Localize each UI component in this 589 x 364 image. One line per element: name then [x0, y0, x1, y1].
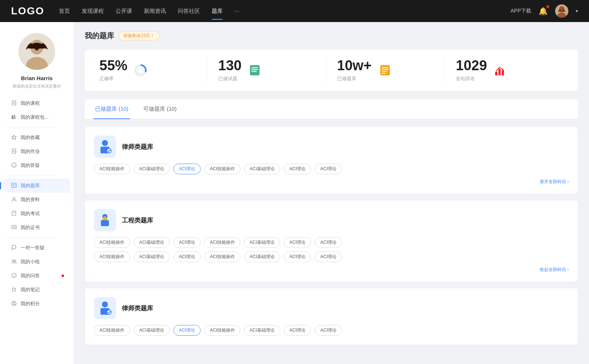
- stat-correct-rate: 55% 正确率: [99, 58, 207, 82]
- l2-tag-7[interactable]: ACI理论: [315, 325, 342, 336]
- eng-tag-8[interactable]: ACI技能操作: [94, 251, 130, 262]
- svg-rect-41: [382, 69, 388, 70]
- sidebar-item-cert[interactable]: 我的证书: [4, 221, 70, 235]
- eng-tag-1[interactable]: ACI技能操作: [94, 237, 130, 248]
- qbank-section-engineer: 工程类题库 ACI技能操作 ACI基础理论 ACI理论 ACI技能操作 ACI基…: [85, 200, 578, 282]
- sidebar-motto: 错误的决定比没有决定要好: [9, 83, 65, 89]
- sidebar-item-favorites[interactable]: 我的收藏: [4, 131, 70, 144]
- tag-3[interactable]: ACI理论: [173, 164, 201, 174]
- sidebar-item-course[interactable]: 我的课程: [4, 96, 70, 110]
- nav-discover[interactable]: 发现课程: [82, 6, 104, 16]
- l2-tag-1[interactable]: ACI技能操作: [94, 325, 130, 336]
- eng-tag-7[interactable]: ACI理论: [315, 237, 342, 248]
- stat-done-questions: 130 已做试题: [207, 58, 326, 82]
- sidebar-menu: 我的课程 我的课程包... 我的收藏 我的作业: [0, 96, 74, 311]
- svg-point-27: [14, 260, 16, 261]
- svg-marker-12: [12, 135, 17, 139]
- svg-rect-10: [14, 115, 15, 119]
- account-dropdown-arrow[interactable]: ▾: [576, 8, 578, 14]
- svg-point-54: [104, 216, 106, 218]
- sidebar-item-1to1-label: 一对一答疑: [21, 245, 45, 251]
- sidebar-item-package-label: 我的课程包...: [21, 114, 49, 121]
- avatar[interactable]: [555, 4, 568, 18]
- exam-icon: [11, 211, 17, 217]
- sidebar-item-profile[interactable]: 我的资料: [4, 193, 70, 207]
- sidebar-item-qa[interactable]: ? 我的答疑: [4, 158, 70, 172]
- sidebar-item-points[interactable]: 我的积分: [4, 297, 70, 311]
- svg-rect-38: [251, 71, 257, 72]
- package-icon: [11, 114, 17, 121]
- qbank-section-lawyer-1: 律师类题库 ACI技能操作 ACI基础理论 ACI理论 ACI技能操作 ACI基…: [85, 126, 578, 194]
- svg-rect-52: [101, 220, 109, 226]
- eng-tag-9[interactable]: ACI基础理论: [134, 251, 170, 262]
- eng-tag-3[interactable]: ACI理论: [173, 237, 201, 248]
- svg-point-26: [13, 260, 14, 261]
- content-area: 我的题库 体验剩余23天！ 55% 正确率: [74, 22, 589, 364]
- eng-tag-14[interactable]: ACI理论: [315, 251, 342, 262]
- eng-tag-13[interactable]: ACI理论: [284, 251, 311, 262]
- nav-qa[interactable]: 问答社区: [178, 6, 200, 16]
- sidebar-username: Brian Harris: [21, 75, 53, 81]
- tag-5[interactable]: ACI基础理论: [244, 164, 280, 174]
- app-download-button[interactable]: APP下载: [511, 8, 531, 14]
- sidebar-item-group[interactable]: 我的小组: [4, 255, 70, 269]
- stat-ranking-label: 全站排名: [456, 75, 487, 82]
- svg-rect-13: [12, 149, 16, 153]
- sidebar-avatar: [18, 33, 55, 70]
- sidebar-item-exam[interactable]: 我的考试: [4, 207, 70, 221]
- sidebar-item-points-label: 我的积分: [21, 300, 40, 307]
- l2-tag-5[interactable]: ACI基础理论: [244, 325, 280, 336]
- sidebar-item-exam-label: 我的考试: [21, 210, 40, 217]
- l2-tag-4[interactable]: ACI技能操作: [204, 325, 240, 336]
- sidebar-item-package[interactable]: 我的课程包...: [4, 110, 70, 124]
- tag-2[interactable]: ACI基础理论: [134, 164, 170, 174]
- eng-tag-5[interactable]: ACI基础理论: [244, 237, 280, 248]
- nav-qbank[interactable]: 题库: [212, 6, 223, 16]
- sidebar-item-homework[interactable]: 我的作业: [4, 144, 70, 158]
- svg-point-55: [102, 301, 108, 307]
- tab-todo-banks[interactable]: 可做题库 (10): [142, 100, 178, 119]
- qbank-section-lawyer-2: 律师类题库 ACI技能操作 ACI基础理论 ACI理论 ACI技能操作 ACI基…: [85, 288, 578, 345]
- eng-tag-10[interactable]: ACI理论: [173, 251, 201, 262]
- svg-point-31: [13, 302, 15, 303]
- qbank-engineer-icon-wrap: [94, 209, 116, 231]
- svg-rect-43: [382, 73, 385, 74]
- expand-link-1[interactable]: 展开全部科目: [540, 179, 569, 184]
- collapse-link-1[interactable]: 收起全部科目: [540, 267, 569, 272]
- nav-home[interactable]: 首页: [59, 6, 70, 16]
- eng-tag-11[interactable]: ACI技能操作: [204, 251, 240, 262]
- nav-news[interactable]: 新闻资讯: [144, 6, 166, 16]
- l2-tag-3[interactable]: ACI理论: [173, 325, 201, 336]
- stat-correct-rate-number: 55%: [99, 58, 127, 72]
- sidebar-item-myqa[interactable]: ? 我的问答: [4, 269, 70, 283]
- l2-tag-6[interactable]: ACI理论: [284, 325, 311, 336]
- tab-done-banks[interactable]: 已做题库 (10): [94, 100, 130, 119]
- stat-done-questions-icon: [247, 63, 262, 78]
- notification-bell[interactable]: 🔔: [539, 7, 548, 15]
- tag-7[interactable]: ACI理论: [315, 164, 342, 174]
- stat-ranking-icon: [493, 63, 508, 78]
- svg-rect-35: [250, 65, 260, 75]
- eng-tag-2[interactable]: ACI基础理论: [134, 237, 170, 248]
- eng-tag-4[interactable]: ACI技能操作: [204, 237, 240, 248]
- sidebar-item-qbank[interactable]: 我的题库: [4, 179, 70, 193]
- svg-rect-6: [12, 101, 16, 105]
- stat-ranking: 1029 全站排名: [445, 58, 563, 82]
- sidebar-item-notes[interactable]: 我的笔记: [4, 283, 70, 297]
- nav-open-course[interactable]: 公开课: [116, 6, 132, 16]
- eng-tag-12[interactable]: ACI基础理论: [244, 251, 280, 262]
- sidebar-divider-2: [4, 175, 57, 176]
- svg-rect-18: [12, 183, 16, 188]
- l2-tag-2[interactable]: ACI基础理论: [134, 325, 170, 336]
- points-icon: [11, 301, 17, 307]
- tag-4[interactable]: ACI技能操作: [204, 164, 240, 174]
- eng-tag-6[interactable]: ACI理论: [284, 237, 311, 248]
- tag-6[interactable]: ACI理论: [284, 164, 311, 174]
- tag-1[interactable]: ACI技能操作: [94, 164, 130, 174]
- cert-icon: [11, 225, 17, 231]
- sidebar-divider-3: [4, 238, 57, 238]
- qa-icon: ?: [11, 163, 17, 169]
- qbank-lawyer-2-title: 律师类题库: [122, 304, 153, 313]
- sidebar-item-1to1[interactable]: 一对一答疑: [4, 241, 70, 255]
- nav-more[interactable]: ···: [234, 6, 239, 16]
